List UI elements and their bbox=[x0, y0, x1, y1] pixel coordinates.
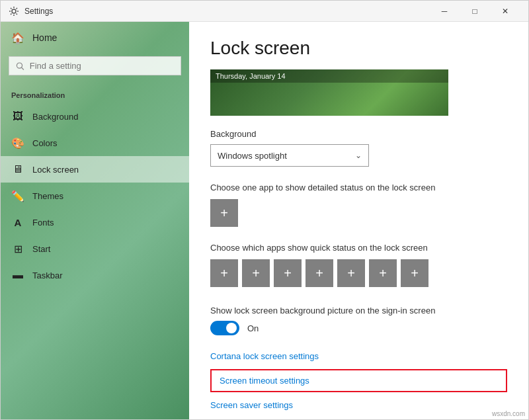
toggle-row: On bbox=[210, 321, 507, 335]
preview-date: Thursday, January 14 bbox=[216, 72, 286, 80]
preview-image: Thursday, January 14 bbox=[210, 69, 448, 116]
chevron-down-icon: ⌄ bbox=[355, 151, 362, 160]
quick-apps-row: + + + + + + + bbox=[210, 259, 507, 287]
sidebar-home-label: Home bbox=[32, 32, 57, 43]
toggle-knob bbox=[226, 323, 237, 333]
themes-icon: ✏️ bbox=[11, 189, 24, 202]
lock-screen-icon: 🖥 bbox=[11, 163, 24, 176]
settings-icon bbox=[9, 6, 19, 17]
search-input[interactable] bbox=[30, 61, 174, 71]
sidebar-section-label: Personalization bbox=[1, 83, 189, 103]
sidebar-item-fonts[interactable]: A Fonts bbox=[1, 209, 189, 235]
quick-app-btn-5[interactable]: + bbox=[337, 259, 365, 287]
sidebar-item-background-label: Background bbox=[32, 112, 78, 122]
titlebar-controls: ─ □ ✕ bbox=[429, 1, 520, 22]
titlebar-title: Settings bbox=[24, 7, 429, 16]
sidebar-search[interactable] bbox=[9, 56, 181, 75]
sidebar-item-background[interactable]: 🖼 Background bbox=[1, 103, 189, 130]
cortana-lock-screen-link[interactable]: Cortana lock screen settings bbox=[210, 351, 507, 361]
sidebar-item-lock-screen[interactable]: 🖥 Lock screen bbox=[1, 156, 189, 183]
quick-app-btn-1[interactable]: + bbox=[210, 259, 238, 287]
start-icon: ⊞ bbox=[11, 242, 24, 255]
sidebar-item-themes[interactable]: ✏️ Themes bbox=[1, 183, 189, 209]
maximize-button[interactable]: □ bbox=[460, 1, 490, 22]
sidebar-item-themes-label: Themes bbox=[32, 191, 63, 201]
sidebar: 🏠 Home Personalization 🖼 Background 🎨 Co… bbox=[1, 22, 189, 419]
screen-saver-link[interactable]: Screen saver settings bbox=[210, 400, 507, 410]
search-icon bbox=[16, 62, 24, 71]
screen-timeout-link[interactable]: Screen timeout settings bbox=[210, 369, 507, 392]
sidebar-item-taskbar[interactable]: ▬ Taskbar bbox=[1, 262, 189, 288]
svg-point-1 bbox=[17, 62, 22, 67]
background-section-label: Background bbox=[210, 129, 507, 139]
background-dropdown[interactable]: Windows spotlight ⌄ bbox=[210, 144, 369, 167]
svg-point-0 bbox=[12, 9, 16, 13]
svg-line-2 bbox=[22, 67, 24, 69]
preview-overlay: Thursday, January 14 bbox=[210, 69, 448, 83]
watermark: wsxdn.com bbox=[492, 410, 525, 417]
close-button[interactable]: ✕ bbox=[490, 1, 520, 22]
fonts-icon: A bbox=[11, 216, 24, 229]
titlebar: Settings ─ □ ✕ bbox=[1, 1, 528, 22]
colors-icon: 🎨 bbox=[11, 136, 24, 149]
sidebar-item-colors[interactable]: 🎨 Colors bbox=[1, 130, 189, 156]
home-icon: 🏠 bbox=[11, 31, 24, 44]
quick-app-btn-4[interactable]: + bbox=[305, 259, 333, 287]
dropdown-value: Windows spotlight bbox=[218, 151, 287, 161]
toggle-on-label: On bbox=[247, 323, 259, 333]
sidebar-item-lock-screen-label: Lock screen bbox=[32, 165, 79, 175]
quick-app-btn-2[interactable]: + bbox=[242, 259, 270, 287]
content-area: Lock screen Thursday, January 14 Backgro… bbox=[189, 22, 528, 419]
detailed-status-label: Choose one app to show detailed status o… bbox=[210, 183, 507, 192]
minimize-button[interactable]: ─ bbox=[429, 1, 460, 22]
sign-in-toggle[interactable] bbox=[210, 321, 239, 335]
sidebar-item-start-label: Start bbox=[32, 244, 50, 254]
add-detailed-app-button[interactable]: + bbox=[210, 199, 238, 227]
settings-window: Settings ─ □ ✕ 🏠 Home Personalization bbox=[0, 0, 529, 420]
quick-app-btn-7[interactable]: + bbox=[401, 259, 428, 287]
sidebar-item-taskbar-label: Taskbar bbox=[32, 271, 63, 280]
background-icon: 🖼 bbox=[11, 110, 24, 123]
sidebar-item-start[interactable]: ⊞ Start bbox=[1, 235, 189, 262]
quick-app-btn-3[interactable]: + bbox=[274, 259, 302, 287]
quick-status-label: Choose which apps show quick status on t… bbox=[210, 243, 507, 253]
quick-app-btn-6[interactable]: + bbox=[369, 259, 397, 287]
sign-in-label: Show lock screen background picture on t… bbox=[210, 306, 507, 315]
page-title: Lock screen bbox=[210, 38, 507, 59]
main-content: 🏠 Home Personalization 🖼 Background 🎨 Co… bbox=[1, 22, 528, 419]
taskbar-icon: ▬ bbox=[11, 269, 24, 282]
sidebar-item-home[interactable]: 🏠 Home bbox=[1, 22, 189, 54]
sidebar-item-fonts-label: Fonts bbox=[32, 218, 54, 228]
sidebar-item-colors-label: Colors bbox=[32, 138, 58, 148]
